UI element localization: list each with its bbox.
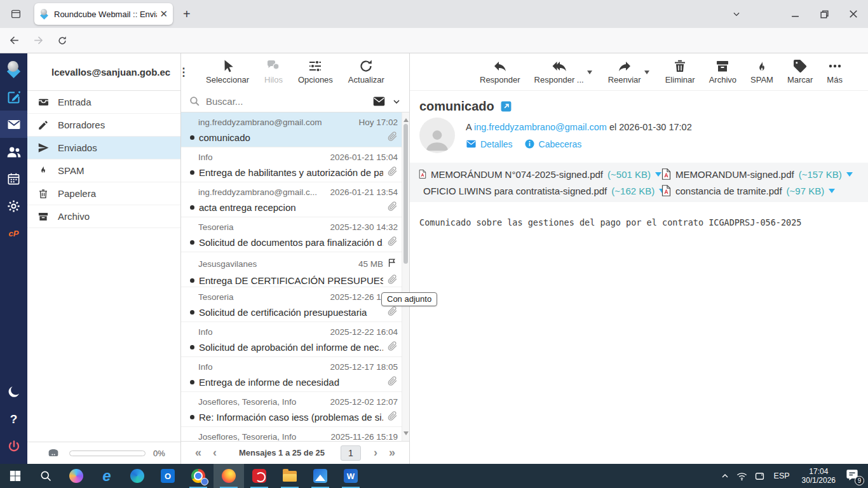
back-icon[interactable] [4, 30, 24, 51]
minimize-button[interactable] [780, 0, 810, 28]
contacts-icon[interactable] [0, 138, 27, 165]
message-row[interactable]: Joseflores, Tesoreria, Info2025-12-02 12… [181, 392, 402, 427]
taskbar-search-icon[interactable] [31, 464, 61, 488]
message-row[interactable]: Tesoreria2025-12-30 14:32 Solicitud de d… [181, 217, 402, 252]
attachment-item[interactable]: MEMORÁNDUM N°074-2025-signed.pdf (~501 K… [419, 168, 661, 180]
sliders-icon [308, 58, 323, 74]
search-input[interactable] [206, 96, 372, 107]
taskbar-outlook-icon[interactable]: O [153, 464, 183, 488]
scrollbar-thumb[interactable] [403, 124, 408, 264]
unread-dot [190, 345, 194, 349]
list-scrollbar[interactable] [402, 112, 409, 441]
spam-button[interactable]: SPAM [750, 58, 773, 85]
tab-close-icon[interactable]: ✕ [159, 8, 168, 20]
page-number-input[interactable]: 1 [341, 445, 361, 461]
search-options-chevron-icon[interactable] [391, 97, 402, 107]
taskbar-copilot-icon[interactable] [61, 464, 92, 488]
tab-overview-icon[interactable] [6, 4, 25, 24]
scroll-up-arrow[interactable] [403, 116, 409, 122]
message-row[interactable]: Joseflores, Tesoreria, Info2025-11-26 15… [181, 427, 402, 441]
message-row[interactable]: Jesusgavilanes45 MB Entrega DE CERTIFICA… [181, 252, 402, 287]
attachment-item[interactable]: constancia de tramite.pdf (~97 KB) [661, 185, 859, 196]
folder-borradores[interactable]: Borradores [27, 114, 180, 137]
last-page-button[interactable]: » [384, 446, 400, 459]
prev-page-button[interactable]: ‹ [207, 446, 223, 459]
roundcube-favicon [39, 9, 50, 19]
attachment-item[interactable]: MEMORANDUM-signed.pdf (~157 KB) [661, 168, 859, 180]
select-button[interactable]: Seleccionar [206, 58, 249, 85]
logout-power-icon[interactable] [0, 433, 27, 460]
reply-all-caret-icon[interactable] [587, 71, 592, 77]
attachment-menu-caret-icon[interactable] [655, 172, 661, 180]
open-in-new-window-icon[interactable] [500, 100, 512, 112]
taskbar-word-icon[interactable]: W [336, 464, 366, 488]
calendar-icon[interactable] [0, 165, 27, 193]
headers-link[interactable]: Cabeceras [524, 139, 582, 149]
browser-tab[interactable]: Roundcube Webmail :: Enviados ✕ [34, 3, 173, 25]
message-row[interactable]: Tesoreria2025-12-26 13:13 Solicitud de c… [181, 287, 402, 322]
taskbar-firefox-icon[interactable] [214, 464, 244, 488]
first-page-button[interactable]: « [190, 446, 207, 459]
forward-icon[interactable] [28, 30, 48, 51]
darkmode-moon-icon[interactable] [0, 378, 27, 405]
message-row[interactable]: ing.freddyzambrano@gmail.c...2026-01-21 … [181, 182, 402, 217]
attachment-menu-caret-icon[interactable] [829, 189, 835, 196]
attachment-menu-caret-icon[interactable] [846, 172, 853, 180]
compose-icon[interactable] [0, 83, 27, 111]
taskbar-file-explorer-icon[interactable] [275, 464, 305, 488]
clock[interactable]: 17:04 30/1/2026 [798, 467, 839, 485]
options-button[interactable]: Opciones [298, 58, 333, 85]
mark-button[interactable]: Marcar [787, 58, 813, 85]
cpanel-icon[interactable]: cP [0, 220, 27, 247]
mail-icon[interactable] [0, 111, 27, 138]
message-row[interactable]: Info2025-12-22 16:04 Solicitud de aproba… [181, 322, 402, 357]
reply-button[interactable]: Responder [480, 58, 520, 85]
attachment-icon [387, 274, 398, 287]
reload-icon[interactable] [52, 30, 72, 51]
refresh-button[interactable]: Actualizar [348, 58, 384, 85]
attachment-item[interactable]: OFICIO LIWINS para contratista-signed.pd… [419, 185, 661, 196]
help-icon[interactable]: ? [0, 405, 27, 433]
language-indicator[interactable]: ESP [771, 471, 792, 480]
folder-entrada[interactable]: Entrada [27, 91, 180, 114]
folder-enviados[interactable]: Enviados [27, 137, 180, 159]
taskbar-chrome-icon[interactable] [183, 464, 214, 488]
taskbar-acrobat-icon[interactable] [244, 464, 275, 488]
search-scope-mail-icon[interactable] [372, 95, 386, 108]
notification-center-icon[interactable]: 9 [845, 468, 862, 484]
taskbar-edge-icon[interactable] [122, 464, 153, 488]
message-row[interactable]: Info2026-01-21 15:04 Entrega de habilita… [181, 147, 402, 182]
mail-subject: comunicado [419, 99, 494, 114]
forward-caret-icon[interactable] [644, 71, 649, 77]
roundcube-logo[interactable] [0, 56, 27, 83]
start-button[interactable] [0, 464, 31, 488]
archive-button[interactable]: Archivo [709, 58, 736, 85]
message-row[interactable]: ing.freddyzambrano@gmail.comHoy 17:02 co… [181, 112, 402, 147]
next-page-button[interactable]: › [367, 446, 384, 459]
folder-archivo[interactable]: Archivo [27, 205, 180, 228]
folder-spam[interactable]: SPAM [27, 159, 180, 182]
close-window-button[interactable] [839, 0, 868, 28]
reply-all-button[interactable]: Responder ... [534, 58, 584, 85]
threads-button[interactable]: Hilos [264, 58, 283, 85]
more-button[interactable]: Más [827, 58, 843, 85]
tray-device-icon[interactable] [754, 470, 766, 482]
notification-badge: 9 [855, 476, 864, 485]
folder-papelera[interactable]: Papelera [27, 182, 180, 205]
tray-chevron-up-icon[interactable] [720, 471, 730, 481]
scroll-down-arrow[interactable] [403, 431, 409, 438]
taskbar-internet-explorer-icon[interactable]: e [92, 464, 122, 488]
attachment-icon [387, 131, 398, 144]
details-link[interactable]: Detalles [466, 139, 513, 149]
forward-icon [617, 58, 632, 74]
new-tab-button[interactable]: + [183, 7, 191, 22]
delete-button[interactable]: Eliminar [665, 58, 695, 85]
recipient-email-link[interactable]: ing.freddyzambrano@gmail.com [474, 122, 607, 132]
taskbar-photos-icon[interactable] [305, 464, 336, 488]
message-row[interactable]: Info2025-12-17 18:05 Entrega de informe … [181, 357, 402, 392]
restore-button[interactable] [810, 0, 839, 28]
wifi-icon[interactable] [736, 470, 748, 482]
settings-icon[interactable] [0, 193, 27, 220]
tab-list-chevron-icon[interactable] [726, 0, 747, 28]
forward-button[interactable]: Reenviar [608, 58, 641, 85]
